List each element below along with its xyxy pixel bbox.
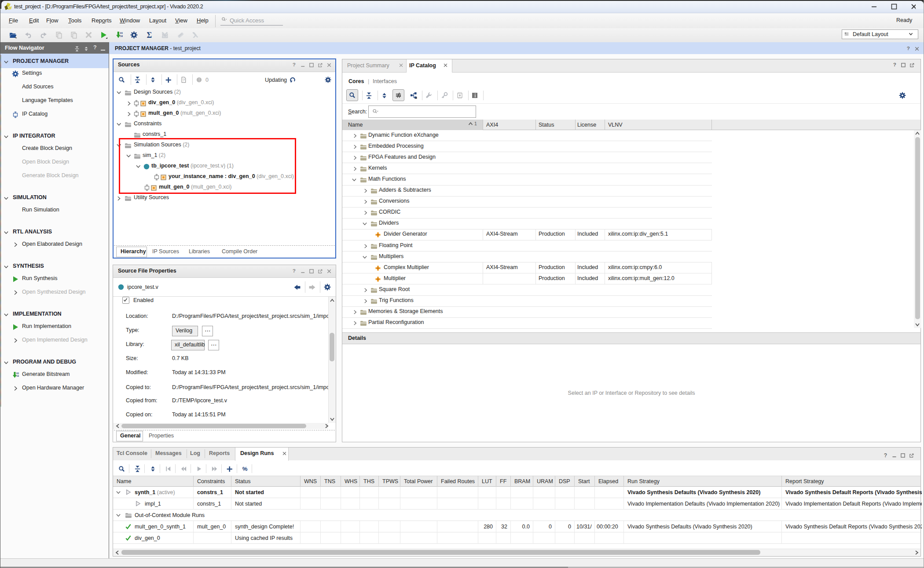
svg-text:Σ: Σ xyxy=(147,31,152,39)
svg-text:?: ? xyxy=(293,268,296,273)
svg-text:?: ? xyxy=(893,62,896,67)
svg-text:10: 10 xyxy=(16,375,19,378)
svg-text:%: % xyxy=(242,466,248,472)
svg-text:?: ? xyxy=(293,62,296,67)
svg-text:10: 10 xyxy=(120,35,123,38)
svg-text:?: ? xyxy=(907,46,910,51)
svg-text:?: ? xyxy=(183,78,185,82)
svg-text:?: ? xyxy=(884,452,887,458)
